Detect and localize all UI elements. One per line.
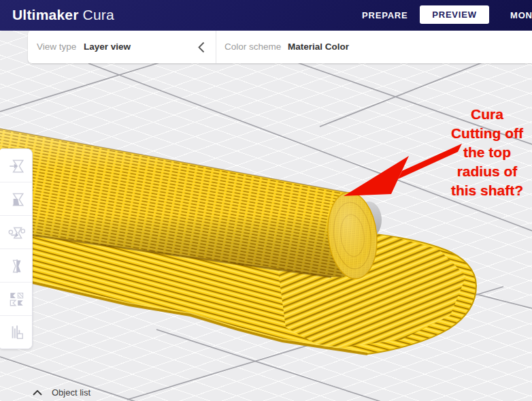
view-type-label: View type — [37, 30, 76, 63]
annotation-text: Cura Cutting off the top radius of this … — [439, 105, 532, 200]
viewport-3d[interactable] — [0, 31, 532, 401]
annotation-line: Cutting off — [439, 124, 532, 143]
rotate-icon — [7, 223, 25, 241]
collapse-chevron-icon[interactable] — [198, 42, 205, 56]
annotation-line: this shaft? — [439, 181, 532, 200]
mirror-tool-button[interactable] — [0, 249, 32, 283]
color-scheme-label: Color scheme — [225, 30, 281, 63]
scale-icon — [7, 190, 25, 208]
app-header: UltimakerCura PREPARE PREVIEW MONITOR — [0, 0, 532, 31]
mirror-icon — [7, 257, 25, 274]
divider — [216, 30, 216, 63]
scene-canvas — [0, 31, 532, 401]
move-icon — [7, 157, 25, 174]
color-scheme-dropdown[interactable]: Material Color — [288, 30, 349, 63]
object-list-toggle[interactable]: Object list — [33, 387, 90, 398]
support-blocker-button[interactable] — [0, 316, 32, 349]
tab-prepare[interactable]: PREPARE — [362, 0, 408, 31]
app-logo: UltimakerCura — [12, 7, 114, 23]
tool-panel — [0, 148, 33, 349]
tab-monitor[interactable]: MONITOR — [510, 0, 532, 31]
annotation-line: Cura — [439, 105, 532, 124]
move-tool-button[interactable] — [0, 149, 32, 182]
view-type-dropdown[interactable]: Layer view — [84, 30, 131, 63]
per-model-settings-button[interactable] — [0, 283, 32, 316]
support-blocker-icon — [7, 323, 25, 341]
object-list-label: Object list — [52, 387, 90, 398]
brand-light: Cura — [83, 7, 114, 22]
annotation-line: radius of — [439, 162, 532, 181]
scale-tool-button[interactable] — [0, 182, 32, 216]
chevron-up-icon — [33, 390, 42, 396]
per-model-settings-icon — [7, 290, 25, 308]
tab-preview[interactable]: PREVIEW — [420, 5, 489, 24]
annotation-line: the top — [439, 143, 532, 162]
brand-bold: Ultimaker — [12, 7, 79, 22]
rotate-tool-button[interactable] — [0, 216, 32, 249]
view-options-bar: View type Layer view Color scheme Materi… — [28, 30, 532, 63]
